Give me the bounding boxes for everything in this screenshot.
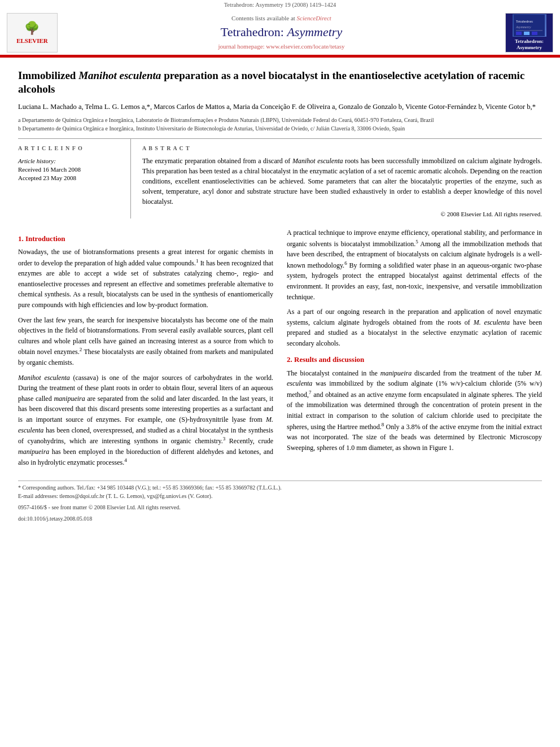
sciencedirect-text: Contents lists available at — [231, 15, 295, 21]
elsevier-label: ELSEVIER — [16, 37, 48, 45]
doi-line: doi:10.1016/j.tetasy.2008.05.018 — [18, 515, 542, 523]
journal-homepage: journal homepage: www.elsevier.com/locat… — [69, 42, 494, 51]
sciencedirect-link[interactable]: ScienceDirect — [297, 15, 331, 21]
received-date: Received 16 March 2008 — [18, 165, 123, 174]
introduction-title: 1. Introduction — [18, 233, 273, 244]
issn-text: 0957-4166/$ - see front matter © 2008 El… — [18, 504, 181, 510]
intro-para1: Nowadays, the use of biotransformations … — [18, 247, 273, 311]
email-text: E-mail addresses: tlemos@dqoi.ufc.br (T.… — [18, 493, 212, 499]
main-content: Immobilized Manihot esculenta preparatio… — [0, 58, 560, 534]
page: Tetrahedron: Asymmetry 19 (2008) 1419–14… — [0, 0, 560, 747]
header-center: Contents lists available at ScienceDirec… — [58, 14, 505, 51]
results-section: 2. Results and discussion The biocatalys… — [287, 354, 542, 453]
sciencedirect-line: Contents lists available at ScienceDirec… — [69, 14, 494, 23]
elsevier-tree-icon: 🌳 — [16, 20, 48, 37]
copyright: © 2008 Elsevier Ltd. All rights reserved… — [142, 210, 542, 219]
affiliation-a: a Departamento de Química Orgânica e Ino… — [18, 116, 542, 124]
journal-title-text: Tetrahedron: — [221, 25, 287, 39]
affiliations: a Departamento de Química Orgânica e Ino… — [18, 116, 542, 133]
homepage-text: journal homepage: www.elsevier.com/locat… — [218, 43, 344, 50]
svg-text:Asymmetry: Asymmetry — [515, 25, 531, 29]
authors-text: Luciana L. Machado a, Telma L. G. Lemos … — [18, 103, 536, 111]
affiliation-b: b Departamento de Química Orgânica e Ino… — [18, 124, 542, 133]
right-logo-title: Tetrahedron: Asymmetry — [506, 38, 553, 51]
results-title: 2. Results and discussion — [287, 354, 542, 365]
abstract-col: A B S T R A C T The enzymatic preparatio… — [142, 139, 542, 219]
corresponding-footnote: * Corresponding authors. Tel./fax: +34 9… — [18, 483, 542, 492]
journal-title-italic: Asymmetry — [287, 25, 342, 39]
journal-header: 🌳 ELSEVIER Contents lists available at S… — [0, 10, 560, 56]
article-history: Article history: Received 16 March 2008 … — [18, 157, 123, 183]
intro-para2: Over the last few years, the search for … — [18, 315, 273, 368]
intro-para5: As a part of our ongoing research in the… — [287, 307, 542, 348]
svg-rect-4 — [516, 32, 522, 35]
right-logo-block: Tetrahedron: Asymmetry Tetrahedron: Asym… — [505, 13, 553, 53]
results-num: 2. — [287, 355, 292, 364]
abstract-title: A B S T R A C T — [142, 145, 542, 152]
abstract-text: The enzymatic preparation obtained from … — [142, 156, 542, 207]
accepted-date: Accepted 23 May 2008 — [18, 174, 123, 182]
title-normal-text: Immobilized — [18, 69, 78, 81]
article-info-abstract: A R T I C L E I N F O Article history: R… — [18, 138, 542, 219]
elsevier-logo: 🌳 ELSEVIER — [16, 20, 48, 46]
body-content: 1. Introduction Nowadays, the use of bio… — [18, 228, 542, 468]
article-info-col: A R T I C L E I N F O Article history: R… — [18, 139, 131, 219]
email-footnote: E-mail addresses: tlemos@dqoi.ufc.br (T.… — [18, 492, 542, 500]
issn-line: 0957-4166/$ - see front matter © 2008 El… — [18, 504, 542, 512]
title-italic-text: Manihot esculenta — [78, 69, 161, 81]
journal-info-text: Tetrahedron: Asymmetry 19 (2008) 1419–14… — [224, 2, 336, 8]
doi-text: doi:10.1016/j.tetasy.2008.05.018 — [18, 516, 92, 522]
footer-hr — [18, 480, 542, 481]
corresponding-text: * Corresponding authors. Tel./fax: +34 9… — [18, 484, 282, 491]
abstract-body: The enzymatic preparation obtained from … — [142, 157, 542, 206]
journal-info-top: Tetrahedron: Asymmetry 19 (2008) 1419–14… — [0, 0, 560, 10]
svg-text:Tetrahedron:: Tetrahedron: — [516, 20, 533, 23]
intro-para3: Manihot esculenta (cassava) is one of th… — [18, 373, 273, 468]
intro-num: 1. — [18, 234, 24, 243]
elsevier-logo-block: 🌳 ELSEVIER — [7, 13, 58, 53]
intro-title-text: Introduction — [25, 234, 65, 243]
history-label: Article history: — [18, 157, 123, 165]
results-para1: The biocatalyst contained in the manipue… — [287, 368, 542, 453]
svg-rect-6 — [532, 32, 537, 35]
journal-title: Tetrahedron: Asymmetry — [69, 24, 494, 41]
svg-rect-5 — [524, 32, 530, 35]
right-logo-image: Tetrahedron: Asymmetry — [513, 14, 546, 37]
results-title-text: Results and discussion — [294, 355, 364, 364]
article-info-title: A R T I C L E I N F O — [18, 145, 123, 152]
authors: Luciana L. Machado a, Telma L. G. Lemos … — [18, 102, 542, 112]
article-title: Immobilized Manihot esculenta preparatio… — [18, 69, 542, 97]
intro-para4: A practical technique to improve enzyme … — [287, 228, 542, 302]
footnotes-section: * Corresponding authors. Tel./fax: +34 9… — [18, 475, 542, 523]
